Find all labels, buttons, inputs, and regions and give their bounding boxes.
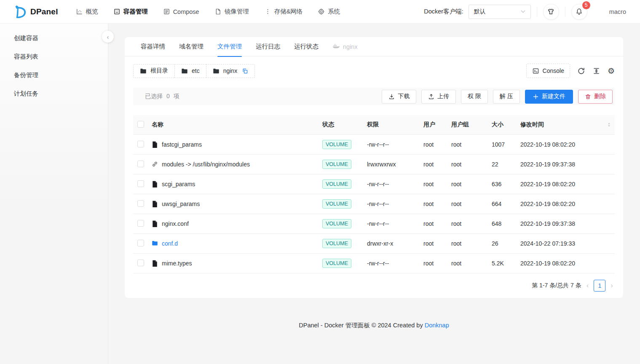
pagination-total: 第 1-7 条/总共 7 条	[532, 282, 581, 289]
cell-size: 5.2K	[492, 260, 520, 267]
toolbar-right: Console ⚙	[526, 64, 615, 78]
file-table: 名称 状态 权限 用户 用户组 大小 修改时间 ▲▼ fastcgi_param…	[133, 115, 615, 273]
row-checkbox[interactable]	[137, 161, 144, 167]
file-name-link[interactable]: conf.d	[162, 240, 178, 247]
tab-files[interactable]: 文件管理	[217, 37, 242, 56]
delete-button[interactable]: 删除	[578, 90, 613, 104]
breadcrumb-label: nginx	[223, 67, 237, 74]
col-perm: 权限	[367, 121, 423, 128]
dots-icon	[264, 8, 271, 15]
console-button[interactable]: Console	[526, 64, 570, 78]
row-checkbox[interactable]	[137, 260, 144, 266]
table-row[interactable]: mime.typesVOLUME-rw-r--r--rootroot5.2K20…	[133, 254, 615, 273]
container-name-label: nginx	[332, 37, 358, 56]
console-label: Console	[543, 67, 564, 74]
next-page-arrow[interactable]: ›	[610, 281, 614, 290]
cell-mtime: 2022-10-19 08:02:20	[520, 201, 615, 207]
top-navbar: DPanel 概览容器管理Compose镜像管理存储&网络系统 Docker客户…	[0, 0, 640, 24]
table-row[interactable]: fastcgi_paramsVOLUME-rw-r--r--rootroot10…	[133, 135, 615, 155]
nav-compose[interactable]: Compose	[163, 8, 199, 15]
breadcrumb-label: etc	[192, 67, 200, 74]
nav-images[interactable]: 镜像管理	[214, 8, 249, 16]
status-badge: VOLUME	[322, 239, 351, 248]
prev-page-arrow[interactable]: ‹	[586, 281, 590, 290]
row-height-icon[interactable]	[592, 67, 600, 75]
sidebar-item-backup[interactable]: 备份管理	[0, 66, 108, 84]
upload-icon	[428, 94, 434, 100]
copy-path-icon[interactable]	[242, 68, 248, 74]
tab-status[interactable]: 运行状态	[294, 37, 319, 56]
sidebar-item-container-list[interactable]: 容器列表	[0, 47, 108, 66]
cell-user: root	[423, 260, 451, 267]
container-files-card: 容器详情域名管理文件管理运行日志运行状态nginx 根目录etcnginx Co…	[125, 37, 623, 298]
cell-user: root	[423, 161, 451, 168]
trash-icon	[585, 94, 591, 100]
nav-overview[interactable]: 概览	[76, 8, 98, 16]
table-row[interactable]: scgi_paramsVOLUME-rw-r--r--rootroot63620…	[133, 174, 615, 194]
table-row[interactable]: conf.dVOLUMEdrwxr-xr-xrootroot262024-10-…	[133, 234, 615, 254]
theme-skin-button[interactable]	[543, 4, 559, 20]
cell-status: VOLUME	[322, 160, 367, 169]
cell-checkbox	[133, 200, 152, 208]
tab-domain[interactable]: 域名管理	[179, 37, 204, 56]
select-all-checkbox[interactable]	[137, 121, 144, 128]
brand[interactable]: DPanel	[14, 5, 58, 19]
row-checkbox[interactable]	[137, 180, 144, 187]
table-row[interactable]: nginx.confVOLUME-rw-r--r--rootroot648202…	[133, 214, 615, 234]
cell-group: root	[451, 240, 492, 247]
table-row[interactable]: modules -> /usr/lib/nginx/modulesVOLUMEl…	[133, 155, 615, 174]
download-button[interactable]: 下载	[382, 90, 416, 104]
row-checkbox[interactable]	[137, 200, 144, 207]
container-name: nginx	[343, 43, 358, 50]
cell-name: modules -> /usr/lib/nginx/modules	[152, 161, 322, 168]
refresh-icon[interactable]	[577, 67, 585, 75]
folder-icon	[152, 240, 158, 247]
docker-client-select[interactable]: 默认	[469, 5, 531, 19]
sidebar-item-create-container[interactable]: 创建容器	[0, 29, 108, 47]
row-checkbox[interactable]	[137, 240, 144, 246]
breadcrumb: 根目录etcnginx	[133, 64, 255, 78]
symlink-icon	[152, 161, 158, 168]
table-row[interactable]: uwsgi_paramsVOLUME-rw-r--r--rootroot6642…	[133, 194, 615, 214]
tab-logs[interactable]: 运行日志	[256, 37, 280, 56]
col-name: 名称	[152, 121, 322, 128]
sort-icon[interactable]: ▲▼	[608, 122, 611, 127]
sidebar-item-scheduled-tasks[interactable]: 计划任务	[0, 84, 108, 103]
cell-status: VOLUME	[322, 199, 367, 208]
upload-button[interactable]: 上传	[421, 90, 456, 104]
nav-containers[interactable]: 容器管理	[113, 8, 148, 16]
folder-icon	[181, 68, 188, 74]
breadcrumb-segment-nginx[interactable]: nginx	[206, 64, 255, 78]
new-file-button[interactable]: 新建文件	[525, 90, 573, 104]
footer-link-donknap[interactable]: Donknap	[425, 322, 449, 329]
permission-button[interactable]: 权 限	[461, 90, 488, 104]
cell-group: root	[451, 181, 492, 187]
tab-bar: 容器详情域名管理文件管理运行日志运行状态nginx	[125, 37, 623, 56]
sidebar-collapse-button[interactable]: ‹	[102, 31, 114, 43]
nav-system[interactable]: 系统	[318, 8, 340, 16]
nav-label: 镜像管理	[225, 8, 249, 16]
plus-icon	[533, 94, 539, 100]
row-checkbox[interactable]	[137, 220, 144, 227]
cell-mtime: 2024-10-22 07:19:33	[520, 240, 615, 247]
notifications-button[interactable]: 5	[571, 4, 587, 20]
cell-name: nginx.conf	[152, 220, 322, 227]
row-checkbox[interactable]	[137, 141, 144, 147]
breadcrumb-segment-根目录[interactable]: 根目录	[133, 64, 175, 78]
cell-status: VOLUME	[322, 239, 367, 248]
unzip-button[interactable]: 解 压	[493, 90, 520, 104]
cell-size: 1007	[492, 141, 520, 148]
user-menu[interactable]: macro	[609, 8, 626, 15]
cell-user: root	[423, 220, 451, 227]
page-number[interactable]: 1	[594, 280, 605, 292]
breadcrumb-segment-etc[interactable]: etc	[174, 64, 206, 78]
nav-storage[interactable]: 存储&网络	[264, 8, 303, 16]
settings-gear-icon[interactable]: ⚙	[608, 67, 615, 75]
tab-container-detail[interactable]: 容器详情	[141, 37, 165, 56]
cell-name: mime.types	[152, 260, 322, 267]
file-icon	[152, 260, 158, 267]
nav-label: 概览	[86, 8, 98, 16]
main-content: 容器详情域名管理文件管理运行日志运行状态nginx 根目录etcnginx Co…	[108, 24, 640, 364]
table-header-row: 名称 状态 权限 用户 用户组 大小 修改时间 ▲▼	[133, 115, 615, 135]
nav-label: 存储&网络	[274, 8, 303, 16]
